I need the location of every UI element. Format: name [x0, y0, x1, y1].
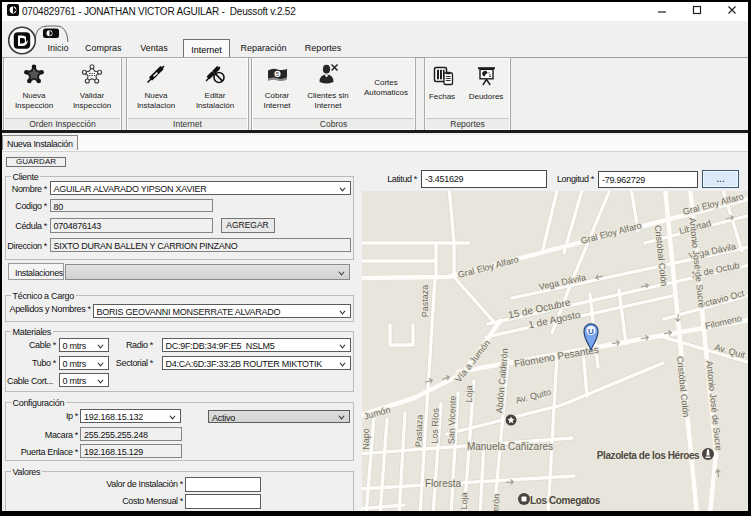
svg-text:erón: erón: [490, 493, 502, 511]
svg-text:Loja: Loja: [459, 492, 470, 509]
svg-text:Pastaza: Pastaza: [413, 414, 424, 447]
svg-text:Floresta: Floresta: [425, 478, 462, 489]
svg-text:Manuela Cañizares: Manuela Cañizares: [467, 441, 553, 452]
svg-text:U: U: [588, 327, 594, 336]
svg-text:Napo: Napo: [362, 428, 371, 450]
svg-text:Plazoleta de los Héroes: Plazoleta de los Héroes: [597, 450, 700, 461]
svg-text:San Vicente: San Vicente: [446, 396, 458, 445]
svg-text:Los Comegatos: Los Comegatos: [530, 495, 601, 506]
svg-text:Los Ríos: Los Ríos: [429, 407, 440, 443]
svg-text:Pastaza: Pastaza: [420, 285, 430, 318]
svg-text:Loja: Loja: [464, 385, 475, 402]
